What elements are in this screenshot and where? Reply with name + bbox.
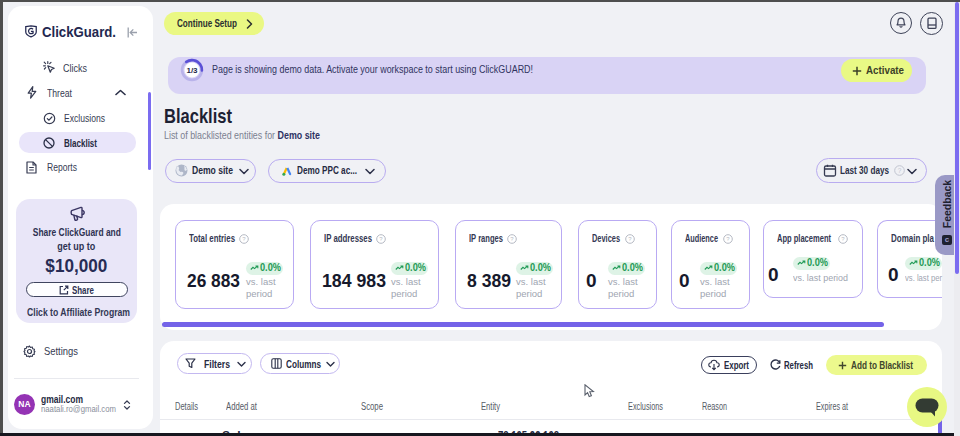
svg-text:?: ? xyxy=(379,236,383,242)
svg-text:?: ? xyxy=(510,236,514,242)
svg-text:?: ? xyxy=(726,236,730,242)
svg-text:?: ? xyxy=(242,236,246,242)
svg-text:1/3: 1/3 xyxy=(186,66,198,75)
svg-text:?: ? xyxy=(841,236,845,242)
svg-text:?: ? xyxy=(898,167,902,174)
svg-text:?: ? xyxy=(628,236,632,242)
